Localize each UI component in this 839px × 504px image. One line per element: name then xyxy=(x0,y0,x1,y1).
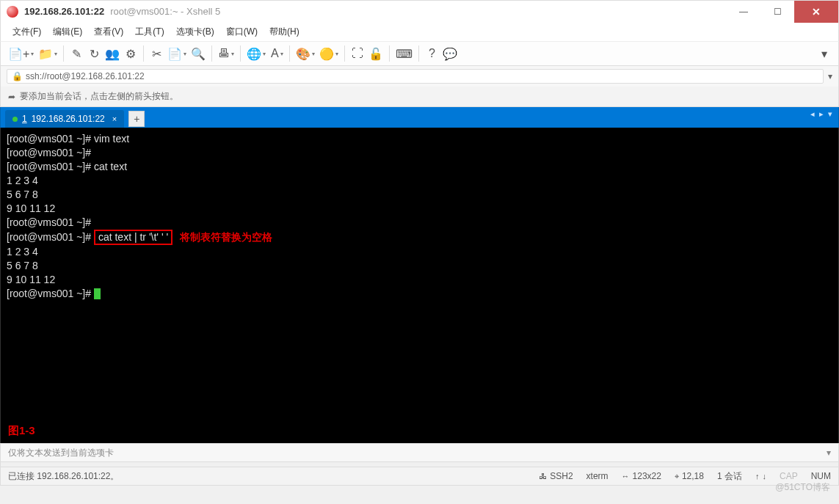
menu-edit[interactable]: 编辑(E) xyxy=(48,24,87,40)
copy-button[interactable]: 📄 xyxy=(166,45,188,62)
terminal-line: [root@vms001 ~]# cat text | tr '\t' ' '将… xyxy=(7,230,832,245)
down-icon: ↓ xyxy=(762,472,766,481)
cut-button[interactable]: ✂ xyxy=(148,45,164,62)
status-session-count: 1 会话 xyxy=(717,470,742,483)
keyboard-icon: ⌨ xyxy=(396,47,413,61)
edit-button[interactable]: ✎ xyxy=(68,45,84,62)
ssh-icon: 🖧 xyxy=(539,472,547,481)
color-button[interactable]: 🎨 xyxy=(294,45,316,62)
tab-nav: ◂ ▸ ▾ xyxy=(809,109,834,119)
status-cap: CAP xyxy=(780,471,798,481)
highlight-button[interactable]: 🟡 xyxy=(318,45,340,62)
menu-help[interactable]: 帮助(H) xyxy=(265,24,304,40)
fullscreen-button[interactable]: ⛶ xyxy=(349,45,366,62)
tab-list-button[interactable]: ▾ xyxy=(827,109,834,119)
window-title-main: 192.168.26.101:22 xyxy=(24,6,104,17)
terminal-line: [root@vms001 ~]# vim text xyxy=(7,132,832,146)
keyboard-button[interactable]: ⌨ xyxy=(394,45,414,62)
plus-icon: + xyxy=(134,113,139,125)
terminal-pane[interactable]: [root@vms001 ~]# vim text[root@vms001 ~]… xyxy=(0,128,839,443)
search-icon: 🔍 xyxy=(191,47,206,61)
menu-window[interactable]: 窗口(W) xyxy=(222,24,262,40)
up-icon: ↑ xyxy=(755,472,760,481)
figure-label: 图1-3 xyxy=(8,423,35,437)
menu-view[interactable]: 查看(V) xyxy=(90,24,128,40)
chevron-down-icon: ▾ xyxy=(821,47,827,61)
input-dropdown-icon[interactable]: ▾ xyxy=(827,448,831,458)
print-button[interactable]: 🖶 xyxy=(217,45,236,62)
menu-tab[interactable]: 选项卡(B) xyxy=(172,24,219,40)
lock-button[interactable]: 🔓 xyxy=(367,45,385,62)
terminal-line: 9 10 11 12 xyxy=(7,202,832,216)
tab-strip: 1 192.168.26.101:22 × + ◂ ▸ ▾ xyxy=(0,107,839,128)
settings-button[interactable]: ⚙ xyxy=(123,45,139,62)
expand-icon: ⛶ xyxy=(352,47,363,60)
maximize-button[interactable]: ☐ xyxy=(760,1,794,23)
status-term: xterm xyxy=(586,471,609,481)
status-bar: 已连接 192.168.26.101:22。 🖧SSH2 xterm ↔123x… xyxy=(0,467,839,486)
copy-icon: 📄 xyxy=(167,47,182,61)
scissors-icon: ✂ xyxy=(152,47,161,61)
feedback-button[interactable]: 💬 xyxy=(441,45,459,62)
window-title-sub: root@vms001:~ - Xshell 5 xyxy=(110,6,220,17)
terminal-line: [root@vms001 ~]# cat text xyxy=(7,160,832,174)
lock-icon: 🔓 xyxy=(368,47,383,61)
tab-prev-button[interactable]: ◂ xyxy=(809,109,816,119)
open-folder-button[interactable]: 📁 xyxy=(37,45,59,62)
app-icon xyxy=(7,6,18,18)
tab-next-button[interactable]: ▸ xyxy=(818,109,825,119)
help-button[interactable]: ? xyxy=(424,45,440,62)
send-input-bar[interactable]: 仅将文本发送到当前选项卡 ▾ xyxy=(0,443,839,462)
toolbar: 📄+ 📁 ✎ ↻ 👥 ⚙ ✂ 📄 🔍 🖶 🌐 A 🎨 🟡 ⛶ 🔓 ⌨ ? 💬 ▾ xyxy=(0,41,839,66)
close-icon: ✕ xyxy=(812,6,821,18)
people-icon: 👥 xyxy=(105,47,120,61)
tab-close-icon[interactable]: × xyxy=(112,114,117,123)
menu-tools[interactable]: 工具(T) xyxy=(131,24,168,40)
toolbar-overflow[interactable]: ▾ xyxy=(816,45,832,62)
globe-icon: 🌐 xyxy=(247,47,261,61)
terminal-line: [root@vms001 ~]# xyxy=(7,146,832,160)
terminal-line: 1 2 3 4 xyxy=(7,245,832,259)
address-text: ssh://root@192.168.26.101:22 xyxy=(26,71,145,81)
hint-bar: ➦ 要添加当前会话，点击左侧的箭头按钮。 xyxy=(0,87,839,107)
send-input-placeholder: 仅将文本发送到当前选项卡 xyxy=(8,447,114,459)
addr-dropdown-icon[interactable]: ▾ xyxy=(828,71,832,81)
font-icon: A xyxy=(271,47,279,60)
address-field[interactable]: 🔒 ssh://root@192.168.26.101:22 xyxy=(7,69,824,84)
session-tab[interactable]: 1 192.168.26.101:22 × xyxy=(5,110,124,128)
arrow-icon[interactable]: ➦ xyxy=(8,92,15,102)
help-icon: ? xyxy=(429,47,435,60)
pencil-icon: ✎ xyxy=(72,47,81,61)
tab-add-button[interactable]: + xyxy=(128,111,145,127)
chat-icon: 💬 xyxy=(443,47,457,61)
close-button[interactable]: ✕ xyxy=(794,1,838,23)
terminal-line: 9 10 11 12 xyxy=(7,273,832,287)
printer-icon: 🖶 xyxy=(218,47,230,60)
new-session-icon: 📄+ xyxy=(8,47,29,61)
tab-number: 1 xyxy=(22,114,27,124)
status-pos: 12,18 xyxy=(682,471,704,481)
status-connection: 已连接 192.168.26.101:22。 xyxy=(8,470,119,483)
terminal-line: 5 6 7 8 xyxy=(7,188,832,202)
users-button[interactable]: 👥 xyxy=(103,45,121,62)
status-size: 123x22 xyxy=(633,471,661,481)
title-bar: 192.168.26.101:22 root@vms001:~ - Xshell… xyxy=(0,0,839,22)
encoding-button[interactable]: 🌐 xyxy=(245,45,267,62)
reconnect-button[interactable]: ↻ xyxy=(86,45,102,62)
terminal-line: [root@vms001 ~]# xyxy=(7,287,832,301)
search-button[interactable]: 🔍 xyxy=(189,45,207,62)
refresh-icon: ↻ xyxy=(90,47,99,61)
minimize-button[interactable]: — xyxy=(727,1,760,23)
new-session-button[interactable]: 📄+ xyxy=(7,45,35,62)
pos-icon: ⌖ xyxy=(675,472,679,481)
menu-bar: 文件(F) 编辑(E) 查看(V) 工具(T) 选项卡(B) 窗口(W) 帮助(… xyxy=(0,22,839,41)
gear-icon: ⚙ xyxy=(126,47,136,61)
size-icon: ↔ xyxy=(622,472,630,481)
font-button[interactable]: A xyxy=(269,45,285,62)
palette-icon: 🎨 xyxy=(296,47,310,61)
hint-text: 要添加当前会话，点击左侧的箭头按钮。 xyxy=(20,90,178,103)
highlight-icon: 🟡 xyxy=(319,47,334,61)
menu-file[interactable]: 文件(F) xyxy=(8,24,46,40)
folder-icon: 📁 xyxy=(38,47,53,61)
terminal-line: [root@vms001 ~]# xyxy=(7,216,832,230)
